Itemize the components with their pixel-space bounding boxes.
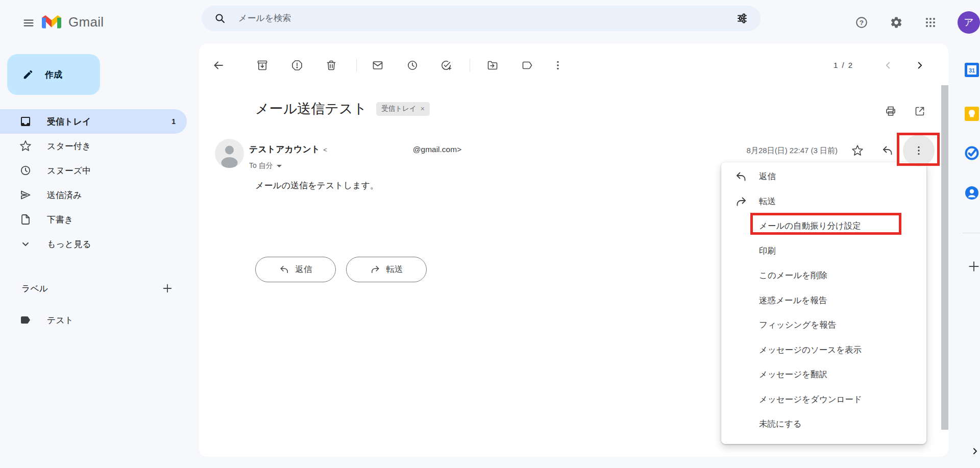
newer-email-button[interactable] xyxy=(877,54,899,77)
move-to-button[interactable] xyxy=(481,54,504,77)
menu-item-show-original[interactable]: メッセージのソースを表示 xyxy=(721,338,926,363)
menu-item-report-spam[interactable]: 迷惑メールを報告 xyxy=(721,288,926,313)
menu-item-print[interactable]: 印刷 xyxy=(721,239,926,264)
label-button[interactable] xyxy=(516,54,538,77)
delete-button[interactable] xyxy=(320,54,342,77)
menu-item-reply[interactable]: 返信 xyxy=(721,164,926,189)
chevron-right-icon xyxy=(970,446,980,456)
account-avatar[interactable]: ア xyxy=(958,11,980,34)
menu-item-filter-messages[interactable]: メールの自動振り分け設定 xyxy=(721,214,926,239)
more-vert-icon xyxy=(913,144,925,157)
keep-icon xyxy=(964,106,979,121)
draft-icon xyxy=(19,213,32,226)
remove-label-icon[interactable]: × xyxy=(421,105,425,113)
search-options-icon[interactable] xyxy=(731,7,753,30)
main-menu-button[interactable] xyxy=(17,12,40,34)
help-button[interactable]: ? xyxy=(850,11,873,34)
mark-unread-button[interactable] xyxy=(366,54,389,77)
add-addon-button[interactable] xyxy=(966,258,980,275)
apps-grid-icon xyxy=(924,16,937,29)
star-email-button[interactable] xyxy=(846,139,869,162)
calendar-icon: 31 xyxy=(964,62,979,78)
label-list: テスト xyxy=(0,308,187,332)
chevron-left-icon xyxy=(883,60,894,71)
open-in-new-button[interactable] xyxy=(909,100,931,122)
menu-item-mark-unread[interactable]: 未読にする xyxy=(721,412,926,437)
keep-sidebar-button[interactable] xyxy=(964,106,980,122)
sender-avatar[interactable] xyxy=(215,139,244,168)
tasks-sidebar-button[interactable] xyxy=(964,145,980,161)
svg-text:31: 31 xyxy=(969,67,975,73)
gmail-logo[interactable]: Gmail xyxy=(42,14,104,30)
menu-item-translate-message[interactable]: メッセージを翻訳 xyxy=(721,362,926,387)
search-icon[interactable] xyxy=(214,12,226,24)
inbox-label-chip[interactable]: 受信トレイ × xyxy=(376,102,430,116)
reply-arrow-icon xyxy=(279,264,289,275)
star-outline-icon xyxy=(851,144,864,157)
subject-row: メール送信テスト 受信トレイ × xyxy=(255,100,430,118)
report-spam-button[interactable] xyxy=(286,54,308,77)
snooze-button[interactable] xyxy=(401,54,424,77)
compose-button[interactable]: 作成 xyxy=(7,54,100,95)
label-outline-icon xyxy=(521,59,533,71)
compose-label: 作成 xyxy=(45,69,62,81)
search-input[interactable] xyxy=(238,13,731,23)
printer-icon xyxy=(885,105,897,117)
sidebar-item-snoozed[interactable]: スヌーズ中 xyxy=(0,158,187,183)
sidebar-item-sent[interactable]: 送信済み xyxy=(0,183,187,207)
sender-address-open: < xyxy=(323,146,327,154)
reply-button-label: 返信 xyxy=(296,264,312,275)
hide-side-panel-button[interactable] xyxy=(967,443,980,459)
gmail-m-icon xyxy=(42,15,61,30)
print-button[interactable] xyxy=(879,100,902,122)
move-to-folder-icon xyxy=(486,59,499,71)
settings-button[interactable] xyxy=(885,11,908,34)
email-more-menu: 返信 転送 メールの自動振り分け設定 印刷 このメールを削除 迷惑メールを報告 … xyxy=(721,162,926,444)
rail-divider xyxy=(963,233,980,233)
forward-button[interactable]: 転送 xyxy=(346,257,427,282)
toolbar-divider xyxy=(356,59,357,72)
sidebar-item-starred[interactable]: スター付き xyxy=(0,134,187,158)
more-vert-icon xyxy=(552,59,564,71)
trash-icon xyxy=(325,59,337,71)
calendar-sidebar-button[interactable]: 31 xyxy=(964,62,980,78)
quick-actions-row: 返信 転送 xyxy=(255,257,427,282)
sidebar-item-inbox[interactable]: 受信トレイ 1 xyxy=(0,109,187,134)
menu-item-report-phishing[interactable]: フィッシングを報告 xyxy=(721,313,926,338)
menu-item-forward[interactable]: 転送 xyxy=(721,189,926,214)
email-more-button[interactable] xyxy=(903,135,935,166)
forward-arrow-icon xyxy=(370,264,380,275)
google-apps-button[interactable] xyxy=(919,11,942,34)
help-icon: ? xyxy=(855,16,868,29)
archive-button[interactable] xyxy=(251,54,274,77)
forward-arrow-icon xyxy=(735,195,747,208)
hamburger-icon xyxy=(22,17,35,29)
sidebar-item-drafts[interactable]: 下書き xyxy=(0,207,187,232)
add-to-tasks-button[interactable] xyxy=(435,54,457,77)
menu-item-download-message[interactable]: メッセージをダウンロード xyxy=(721,387,926,412)
menu-item-delete-email[interactable]: このメールを削除 xyxy=(721,263,926,288)
back-button[interactable] xyxy=(207,54,230,77)
older-email-button[interactable] xyxy=(909,54,931,77)
search-bar xyxy=(202,6,761,31)
nav-list: 受信トレイ 1 スター付き スヌーズ中 送信済み xyxy=(0,109,187,256)
reply-button[interactable]: 返信 xyxy=(255,257,336,282)
recipient-details-toggle[interactable]: To 自分 xyxy=(249,161,282,170)
chevron-down-icon xyxy=(19,238,32,250)
scrollbar[interactable] xyxy=(941,85,948,430)
snooze-clock-icon xyxy=(406,59,419,71)
contacts-sidebar-button[interactable] xyxy=(964,185,980,201)
reply-icon-button[interactable] xyxy=(876,139,899,162)
sidebar-label-test[interactable]: テスト xyxy=(0,308,187,332)
create-label-button[interactable] xyxy=(157,278,178,299)
to-label: To 自分 xyxy=(249,161,273,170)
sidebar-item-more[interactable]: もっと見る xyxy=(0,232,187,256)
toolbar-more-button[interactable] xyxy=(547,54,569,77)
labels-section-header: ラベル xyxy=(0,276,187,301)
forward-button-label: 転送 xyxy=(386,264,403,275)
top-bar: Gmail ? ア xyxy=(0,0,980,43)
pagination-counter: 1 / 2 xyxy=(834,61,853,69)
plus-icon xyxy=(162,283,173,294)
reply-arrow-icon xyxy=(735,170,747,183)
back-arrow-icon xyxy=(212,59,225,71)
